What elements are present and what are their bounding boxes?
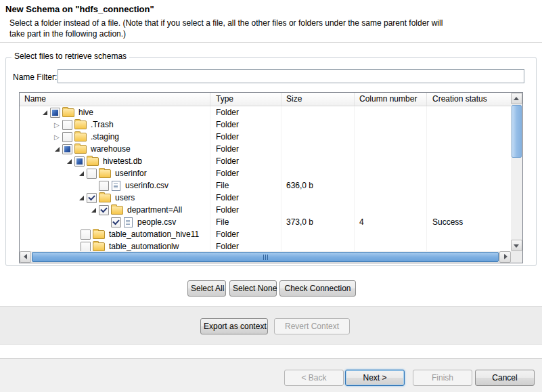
scroll-left-button[interactable] bbox=[20, 251, 31, 263]
table-row[interactable]: userinfo.csv File 636,0 b bbox=[20, 179, 511, 192]
folder-icon bbox=[93, 230, 105, 239]
row-name: people.csv bbox=[137, 216, 176, 228]
row-name: department=All bbox=[127, 204, 182, 216]
expand-arrow-icon[interactable] bbox=[53, 133, 62, 141]
table-row[interactable]: people.csv File 373,0 b 4 Success bbox=[20, 216, 511, 228]
next-button[interactable]: Next > bbox=[345, 370, 405, 386]
row-creation-status bbox=[427, 228, 511, 240]
new-schema-wizard-dialog: New Schema on "hdfs_connection" Select a… bbox=[0, 0, 542, 392]
table-row[interactable]: userinfor Folder bbox=[20, 167, 511, 179]
row-type: Folder bbox=[210, 167, 281, 179]
row-column-number bbox=[355, 131, 427, 143]
row-column-number bbox=[355, 143, 427, 155]
column-header-column-number[interactable]: Column number bbox=[355, 93, 427, 106]
collapse-arrow-icon[interactable] bbox=[53, 145, 62, 154]
row-checkbox[interactable] bbox=[62, 132, 72, 142]
row-size bbox=[281, 106, 355, 118]
folder-icon bbox=[74, 133, 87, 141]
select-none-button[interactable]: Select None bbox=[229, 280, 277, 297]
name-filter-input[interactable] bbox=[58, 69, 524, 83]
row-type: Folder bbox=[210, 228, 281, 240]
column-header-size[interactable]: Size bbox=[281, 93, 355, 106]
table-row[interactable]: hive Folder bbox=[20, 106, 511, 118]
row-size: 636,0 b bbox=[281, 179, 355, 192]
expand-arrow-icon[interactable] bbox=[53, 121, 62, 129]
row-checkbox[interactable] bbox=[87, 193, 97, 203]
folder-icon bbox=[99, 194, 111, 202]
collapse-arrow-icon[interactable] bbox=[78, 169, 87, 178]
row-creation-status bbox=[427, 143, 511, 155]
table-row[interactable]: hivetest.db Folder bbox=[20, 155, 511, 167]
row-column-number bbox=[355, 155, 427, 167]
description-line1: Select a folder instead of a file. (Note… bbox=[9, 18, 443, 28]
folder-icon bbox=[87, 157, 99, 166]
vertical-scrollbar-thumb[interactable] bbox=[512, 105, 522, 158]
row-checkbox[interactable] bbox=[62, 144, 72, 154]
row-type: File bbox=[210, 179, 281, 192]
page-title: New Schema on "hdfs_connection" bbox=[5, 4, 154, 14]
column-header-creation-status[interactable]: Creation status bbox=[427, 93, 511, 106]
collapse-arrow-icon[interactable] bbox=[90, 206, 99, 215]
row-checkbox[interactable] bbox=[50, 108, 60, 118]
scroll-right-button[interactable] bbox=[499, 251, 511, 263]
horizontal-scrollbar-thumb[interactable] bbox=[32, 252, 499, 262]
row-checkbox[interactable] bbox=[99, 205, 109, 215]
row-column-number bbox=[355, 228, 427, 240]
file-icon bbox=[112, 181, 120, 191]
row-checkbox[interactable] bbox=[87, 169, 97, 179]
row-creation-status bbox=[427, 155, 511, 167]
row-name: userinfor bbox=[115, 167, 147, 179]
header-separator bbox=[0, 42, 542, 43]
schema-tree-table: Name Type Size Column number Creation st… bbox=[19, 92, 523, 263]
name-filter-label: Name Filter: bbox=[13, 72, 57, 82]
row-checkbox[interactable] bbox=[81, 242, 91, 252]
row-checkbox[interactable] bbox=[81, 230, 91, 240]
row-creation-status bbox=[427, 204, 511, 216]
table-row[interactable]: department=All Folder bbox=[20, 204, 511, 216]
cancel-button[interactable]: Cancel bbox=[475, 370, 535, 386]
vertical-scrollbar[interactable] bbox=[511, 93, 522, 251]
revert-context-button: Revert Context bbox=[274, 318, 350, 334]
row-name: .Trash bbox=[91, 118, 114, 131]
table-row[interactable]: users Folder bbox=[20, 192, 511, 204]
table-row[interactable]: table_automationlw Folder bbox=[20, 240, 511, 251]
row-type: File bbox=[210, 216, 281, 228]
collapse-arrow-icon[interactable] bbox=[41, 108, 50, 117]
row-size bbox=[281, 204, 355, 216]
column-header-type[interactable]: Type bbox=[210, 93, 281, 106]
column-header-name[interactable]: Name bbox=[20, 93, 210, 106]
check-connection-button[interactable]: Check Connection bbox=[279, 280, 356, 297]
row-column-number bbox=[355, 192, 427, 204]
table-row[interactable]: table_automation_hive11 Folder bbox=[20, 228, 511, 240]
row-creation-status: Success bbox=[427, 216, 511, 228]
table-row[interactable]: .Trash Folder bbox=[20, 118, 511, 131]
row-column-number bbox=[355, 118, 427, 131]
folder-icon bbox=[93, 242, 105, 251]
row-checkbox[interactable] bbox=[111, 217, 121, 227]
table-row[interactable]: .staging Folder bbox=[20, 131, 511, 143]
folder-icon bbox=[111, 206, 123, 215]
scrollbar-corner bbox=[511, 251, 522, 263]
scroll-down-button[interactable] bbox=[511, 240, 522, 251]
row-checkbox[interactable] bbox=[74, 156, 85, 167]
file-icon bbox=[124, 217, 133, 227]
row-creation-status bbox=[427, 131, 511, 143]
table-body: hive Folder .Trash Folder bbox=[20, 106, 511, 251]
collapse-arrow-icon[interactable] bbox=[66, 157, 74, 166]
row-type: Folder bbox=[210, 204, 281, 216]
row-name: table_automationlw bbox=[109, 240, 179, 251]
collapse-arrow-icon[interactable] bbox=[78, 194, 87, 202]
row-name: hivetest.db bbox=[103, 155, 142, 167]
row-name: users bbox=[115, 192, 135, 204]
row-checkbox[interactable] bbox=[99, 181, 109, 191]
select-all-button[interactable]: Select All bbox=[187, 280, 226, 297]
table-row[interactable]: warehouse Folder bbox=[20, 143, 511, 155]
row-creation-status bbox=[427, 179, 511, 192]
row-type: Folder bbox=[210, 106, 281, 118]
row-creation-status bbox=[427, 192, 511, 204]
row-column-number bbox=[355, 106, 427, 118]
horizontal-scrollbar[interactable] bbox=[20, 251, 511, 263]
row-checkbox[interactable] bbox=[62, 120, 72, 130]
export-as-context-button[interactable]: Export as context bbox=[200, 318, 268, 334]
scroll-up-button[interactable] bbox=[511, 93, 522, 104]
